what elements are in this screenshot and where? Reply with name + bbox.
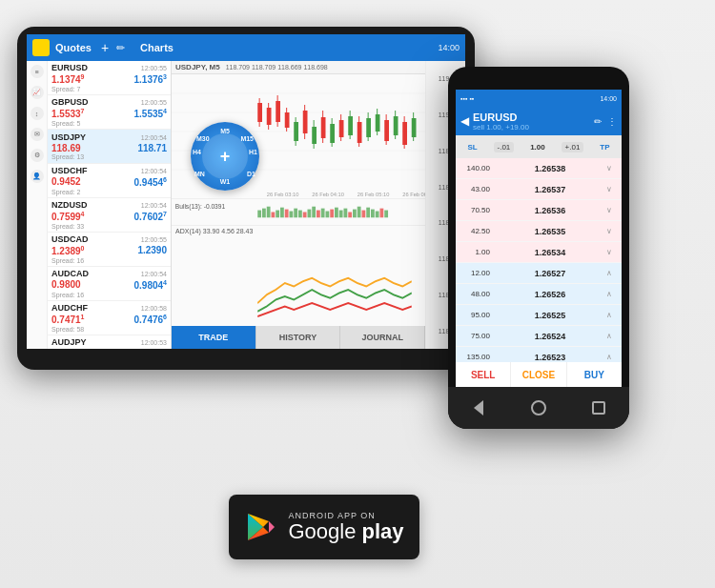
svg-rect-67 <box>353 210 357 218</box>
svg-rect-73 <box>380 209 384 218</box>
svg-rect-52 <box>285 210 289 218</box>
order-qty: 140.00 <box>456 164 494 172</box>
more-icon[interactable]: ⋮ <box>607 116 617 127</box>
svg-rect-69 <box>362 211 366 218</box>
timeframe-d1: D1 <box>247 171 255 177</box>
order-row[interactable]: 75.00 1.26524 ∧ <box>456 326 622 347</box>
quote-ask: 93.873 <box>139 348 167 349</box>
quote-spread: Spread: 16 <box>51 292 167 298</box>
order-row[interactable]: 42.50 1.26535 ∨ <box>456 221 622 242</box>
tab-trade[interactable]: TRADE <box>172 326 256 349</box>
tab-journal[interactable]: JOURNAL <box>340 326 425 349</box>
order-price: 1.26527 <box>494 269 606 278</box>
quote-row-gbpusd[interactable]: GBPUSD 12:00:55 1.55337 1.55354 Spread: … <box>48 95 171 130</box>
trade-icon[interactable]: ↕ <box>31 107 44 120</box>
profile-icon[interactable]: 👤 <box>31 170 44 183</box>
quote-bid: 0.9452 <box>51 176 81 188</box>
nav-home-button[interactable] <box>525 397 552 418</box>
volume-area: Bulls(13): -0.0391 <box>172 198 425 225</box>
quote-bid: 0.74711 <box>51 314 85 325</box>
tablet-screen: Quotes + ✏ Charts 14:00 ≡ 📈 ↕ ✉ ⚙ 👤 <box>27 34 465 349</box>
play-badge-main-text: Google play <box>288 520 403 543</box>
svg-rect-66 <box>348 213 352 218</box>
pencil-icon[interactable]: ✏ <box>594 116 602 127</box>
quote-row-usdchf[interactable]: USDCHF 12:00:54 0.9452 0.94546 Spread: 2 <box>48 164 171 198</box>
order-row[interactable]: 70.50 1.26536 ∨ <box>456 200 622 221</box>
quote-spread: Spread: 13 <box>51 153 167 160</box>
quote-row-usdcad[interactable]: USDCAD 12:00:55 1.23890 1.2390 Spread: 1… <box>48 233 171 267</box>
order-row[interactable]: 12.00 1.26527 ∧ <box>456 263 622 284</box>
nav-recent-button[interactable] <box>585 397 612 418</box>
order-qty: 135.00 <box>456 353 494 361</box>
sl-inc-btn[interactable]: +.01 <box>562 142 584 152</box>
tablet-topbar: Quotes + ✏ Charts 14:00 <box>27 34 465 61</box>
quote-row-usdjpy[interactable]: USDJPY 12:00:54 118.69 118.71 Spread: 13 <box>48 130 171 164</box>
google-play-badge[interactable]: ANDROID APP ON Google play <box>229 495 419 559</box>
add-icon[interactable]: + <box>101 40 109 55</box>
news-icon[interactable]: ✉ <box>31 128 44 141</box>
sl-label: SL <box>467 143 477 152</box>
phone-pair: EURUSD <box>473 112 590 123</box>
quote-symbol: AUDCAD <box>51 269 89 278</box>
back-arrow-icon[interactable]: ◀ <box>460 114 469 128</box>
order-price: 1.26538 <box>494 164 606 173</box>
quote-symbol: USDCHF <box>51 166 88 175</box>
quote-ask: 1.13763 <box>134 73 168 85</box>
svg-rect-49 <box>272 213 276 218</box>
quotes-tab-label[interactable]: Quotes <box>55 42 92 53</box>
quote-ask: 118.71 <box>137 143 167 153</box>
sell-button[interactable]: SELL <box>456 362 511 387</box>
svg-text:26 Feb 06:10: 26 Feb 06:10 <box>402 192 425 197</box>
chart-title: USDJPY, M5 <box>175 63 220 71</box>
charts-tab-label[interactable]: Charts <box>140 42 174 53</box>
quote-row-audjpy[interactable]: AUDJPY 12:00:53 93.855 93.873 Spread: 23 <box>48 335 171 349</box>
quote-spread: Spread: 33 <box>51 223 167 230</box>
adx-area: ADX(14) 33.90 4.56 28.43 <box>172 225 425 326</box>
svg-text:Bulls(13): -0.0391: Bulls(13): -0.0391 <box>175 203 226 211</box>
svg-rect-62 <box>330 210 334 218</box>
settings-icon[interactable]: ⚙ <box>31 149 44 162</box>
svg-rect-74 <box>384 211 388 218</box>
phone-action-bar: SELL CLOSE BUY <box>456 362 622 387</box>
tab-history[interactable]: HISTORY <box>256 326 341 349</box>
svg-rect-55 <box>298 211 302 218</box>
order-qty: 43.00 <box>456 185 494 193</box>
order-price: 1.26537 <box>494 185 606 194</box>
order-arrow-icon: ∨ <box>606 206 622 214</box>
svg-rect-51 <box>280 208 284 218</box>
quote-row-eurusd[interactable]: EURUSD 12:00:55 1.13749 1.13763 Spread: … <box>48 61 171 95</box>
quote-row-audcad[interactable]: AUDCAD 12:00:54 0.9800 0.98044 Spread: 1… <box>48 267 171 301</box>
sl-value[interactable]: 1.00 <box>530 143 545 152</box>
timeframe-m15: M15 <box>240 135 254 142</box>
order-qty: 75.00 <box>456 332 494 340</box>
timeframe-dial[interactable]: M5 M15 M30 H1 H4 D1 MN W1 + <box>191 122 259 191</box>
app-logo <box>32 39 50 56</box>
svg-rect-57 <box>308 210 312 218</box>
quote-row-nzdusd[interactable]: NZDUSD 12:00:54 0.75994 0.76027 Spread: … <box>48 198 171 233</box>
order-row[interactable]: 48.00 1.26526 ∧ <box>456 284 622 305</box>
svg-rect-63 <box>335 208 338 218</box>
candlestick-svg-area: 26 Feb 03:10 26 Feb 04:10 26 Feb 05:10 2… <box>172 74 425 198</box>
timeframe-m5: M5 <box>220 128 230 134</box>
svg-rect-72 <box>376 212 379 218</box>
quote-row-audchf[interactable]: AUDCHF 12:00:58 0.74711 0.74766 Spread: … <box>48 301 171 335</box>
buy-button[interactable]: BUY <box>567 362 622 387</box>
order-arrow-icon: ∨ <box>606 248 622 256</box>
chart-icon[interactable]: 📈 <box>31 86 44 99</box>
quote-symbol: AUDJPY <box>51 337 87 347</box>
order-row[interactable]: 140.00 1.26538 ∨ <box>456 158 622 179</box>
order-row[interactable]: 95.00 1.26525 ∧ <box>456 305 622 326</box>
order-row[interactable]: 1.00 1.26534 ∨ <box>456 242 622 263</box>
edit-icon[interactable]: ✏ <box>116 42 125 54</box>
sl-dec-btn[interactable]: -.01 <box>494 142 515 152</box>
close-button[interactable]: CLOSE <box>511 362 566 387</box>
order-arrow-up-icon: ∧ <box>606 269 622 277</box>
order-qty: 70.50 <box>456 206 494 214</box>
timeframe-h4: H4 <box>193 149 201 155</box>
quote-spread: Spread: 16 <box>51 257 167 264</box>
quote-time: 12:00:54 <box>141 168 167 174</box>
order-row[interactable]: 43.00 1.26537 ∨ <box>456 179 622 200</box>
quote-ask: 0.76027 <box>134 211 168 222</box>
nav-back-button[interactable] <box>465 397 492 418</box>
quotes-icon[interactable]: ≡ <box>31 65 44 78</box>
